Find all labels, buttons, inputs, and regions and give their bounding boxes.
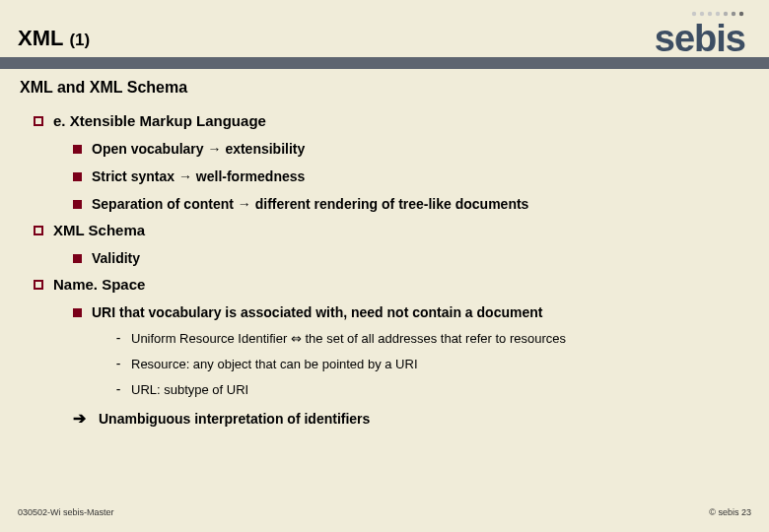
square-filled-icon [73,172,82,181]
right-arrow-icon: → [178,168,192,184]
subitem-validity: Validity [73,250,749,266]
dash-icon: - [114,381,122,397]
subitem-uri: URI that vocabulary is associated with, … [73,304,749,320]
conclusion-text: Unambiguous interpretation of identifier… [99,411,370,427]
subitem-conclusion: ➔ Unambiguous interpretation of identifi… [73,409,749,428]
square-outline-icon [34,116,43,126]
svg-point-5 [732,12,735,16]
square-outline-icon [34,226,43,235]
item-extensible: e. Xtensible Markup Language [34,112,749,129]
subitem-separation: Separation of content → different render… [73,196,749,212]
big-right-arrow-icon: ➔ [73,409,89,428]
square-filled-icon [73,145,82,154]
subitem-strict-syntax: Strict syntax → well-formedness [73,168,749,184]
svg-point-6 [739,12,743,16]
item-xml-schema: XML Schema [34,222,749,238]
item-label: e. Xtensible Markup Language [53,112,266,129]
subitem-open-vocabulary: Open vocabulary → extensibility [73,141,749,157]
text-pre: Separation of content [92,196,234,212]
text-pre: Uniform Resource Identifier [131,331,287,346]
subitem-text: Strict syntax → well-formedness [92,168,305,184]
right-arrow-icon: → [207,141,221,157]
text-post: the set of all addresses that refer to r… [305,331,565,346]
square-filled-icon [73,308,82,317]
double-arrow-icon: ⇔ [291,331,302,346]
svg-point-1 [700,12,704,16]
item-label: XML Schema [53,222,145,238]
svg-point-3 [716,12,720,16]
slide-title: XML (1) [18,26,90,51]
sebis-logo: sebis [576,2,749,63]
square-filled-icon [73,200,82,209]
subitem-text: Open vocabulary → extensibility [92,141,305,157]
subitem-text: Validity [92,250,140,266]
dash-icon: - [114,330,122,346]
square-filled-icon [73,254,82,263]
subsubitem-resource: - Resource: any object that can be point… [114,356,749,371]
text-pre: Open vocabulary [92,141,204,157]
footer-left: 030502-Wi sebis-Master [18,507,114,517]
section-title: XML and XML Schema [20,79,749,97]
item-namespace: Name. Space [34,276,749,293]
dash-icon: - [114,356,122,371]
svg-point-0 [692,12,696,16]
square-outline-icon [34,280,43,290]
text-pre: Strict syntax [92,168,175,184]
right-arrow-icon: → [238,196,251,212]
footer-right: © sebis 23 [709,507,751,517]
subitem-text: Separation of content → different render… [92,196,528,212]
subsubitem-text: URL: subtype of URI [131,382,248,397]
subsubitem-text: Uniform Resource Identifier ⇔ the set of… [131,331,566,346]
text-post: extensibility [225,141,305,157]
title-sub: (1) [69,31,90,50]
subitem-text: URI that vocabulary is associated with, … [92,304,542,320]
text-post: well-formedness [196,168,305,184]
slide-header: XML (1) sebis [0,0,769,61]
subsubitem-uri-def: - Uniform Resource Identifier ⇔ the set … [114,330,749,346]
title-main: XML [18,26,63,51]
slide-content: XML and XML Schema e. Xtensible Markup L… [0,61,769,428]
slide-footer: 030502-Wi sebis-Master © sebis 23 [0,499,769,532]
item-label: Name. Space [53,276,145,293]
subsubitem-text: Resource: any object that can be pointed… [131,357,418,371]
svg-point-4 [724,12,728,16]
svg-point-2 [708,12,712,16]
text-post: different rendering of tree-like documen… [255,196,529,212]
subsubitem-url: - URL: subtype of URI [114,381,749,397]
svg-text:sebis: sebis [655,18,745,59]
